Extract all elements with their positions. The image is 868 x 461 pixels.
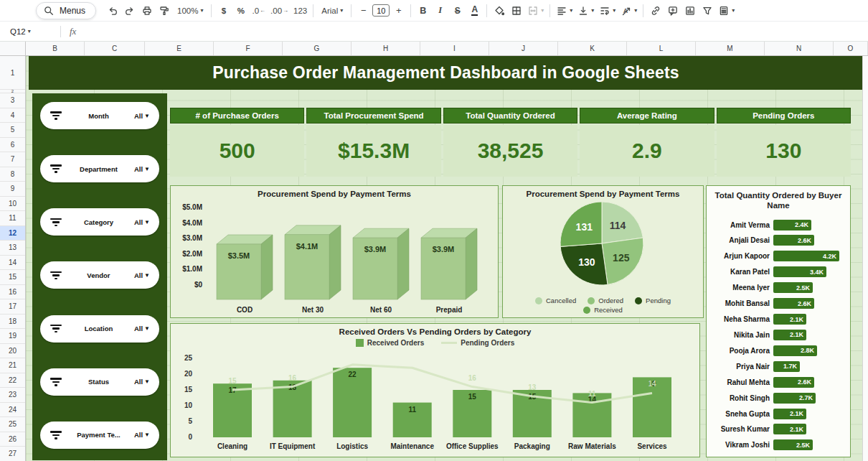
row-header-10[interactable]: 10 <box>0 197 25 212</box>
kpi-card[interactable]: Average Rating2.9 <box>580 108 714 177</box>
name-box[interactable]: Q12 ▾ <box>0 27 56 36</box>
fx-icon[interactable]: fx <box>70 26 76 37</box>
col-header-C[interactable]: C <box>85 42 145 55</box>
functions-button[interactable]: ▾ <box>716 2 737 19</box>
row-header-19[interactable]: 19 <box>0 329 25 344</box>
row-header-3[interactable]: 3 <box>0 93 25 108</box>
col-header-G[interactable]: G <box>283 42 352 55</box>
row-header-11[interactable]: 11 <box>0 211 25 226</box>
row-header-16[interactable]: 16 <box>0 285 25 300</box>
grid-area[interactable]: Purchase Order Management Dashboard in G… <box>26 56 868 461</box>
strikethrough-button[interactable]: S <box>449 2 466 19</box>
row-header-6[interactable]: 6 <box>0 138 25 153</box>
vertical-align-button[interactable]: ▾ <box>575 2 596 19</box>
insert-chart-button[interactable] <box>681 2 698 19</box>
row-header-20[interactable]: 20 <box>0 344 25 359</box>
bold-button[interactable]: B <box>415 2 431 19</box>
text-wrapping-button[interactable]: ▾ <box>597 2 618 19</box>
horizontal-align-button[interactable]: ▾ <box>554 2 575 19</box>
col-header-N[interactable]: N <box>765 42 834 55</box>
col-header-H[interactable]: H <box>352 42 420 55</box>
filter-value-dropdown[interactable]: All▼ <box>134 431 150 439</box>
col-header-F[interactable]: F <box>214 42 283 55</box>
legend-dot-icon <box>535 297 542 304</box>
row-header-26[interactable]: 26 <box>0 432 25 447</box>
filter-value-dropdown[interactable]: All▼ <box>134 165 150 173</box>
col-header-K[interactable]: K <box>558 42 627 55</box>
row-header-8[interactable]: 8 <box>0 167 25 182</box>
row-header-23[interactable]: 23 <box>0 388 25 403</box>
col-header-M[interactable]: M <box>696 42 765 55</box>
text-color-button[interactable]: A <box>466 2 483 19</box>
chart-total-quantity-by-buyer[interactable]: Total Quantity Ordered by Buyer Name Ami… <box>706 185 851 457</box>
undo-button[interactable] <box>104 2 121 19</box>
select-all-corner[interactable] <box>0 42 26 55</box>
insert-link-button[interactable] <box>647 2 664 19</box>
increase-decimal-button[interactable]: .00→ <box>268 2 291 19</box>
row-header-27[interactable]: 27 <box>0 447 25 461</box>
row-header-14[interactable]: 14 <box>0 256 25 271</box>
font-family-dropdown[interactable]: Arial▾ <box>317 2 347 19</box>
row-header-25[interactable]: 25 <box>0 417 25 432</box>
kpi-card[interactable]: Pending Orders130 <box>717 108 851 177</box>
font-size-input[interactable]: 10 <box>372 4 390 17</box>
filter-value-dropdown[interactable]: All▼ <box>134 112 150 120</box>
format-percent-button[interactable]: % <box>232 2 249 19</box>
filter-pill-department[interactable]: DepartmentAll▼ <box>40 155 159 182</box>
row-header-22[interactable]: 22 <box>0 373 25 388</box>
filter-pill-vendor[interactable]: VendorAll▼ <box>40 261 159 289</box>
decrease-decimal-button[interactable]: .0← <box>250 2 268 19</box>
filter-pill-location[interactable]: LocationAll▼ <box>40 315 159 343</box>
row-header-24[interactable]: 24 <box>0 403 25 418</box>
row-header-4[interactable]: 4 <box>0 108 25 124</box>
filter-value-dropdown[interactable]: All▼ <box>134 271 150 279</box>
row-header-9[interactable]: 9 <box>0 182 25 197</box>
row-header-21[interactable]: 21 <box>0 358 25 373</box>
y-tick: 0 <box>188 433 192 441</box>
insert-comment-button[interactable] <box>664 2 681 19</box>
col-header-B[interactable]: B <box>26 42 85 55</box>
text-rotation-button[interactable]: A▾ <box>618 2 639 19</box>
more-formats-button[interactable]: 123 <box>291 2 309 19</box>
kpi-card[interactable]: Total Quantity Ordered38,525 <box>443 108 577 177</box>
paint-format-button[interactable] <box>156 2 172 19</box>
vertical-scrollbar[interactable] <box>862 56 868 461</box>
filter-pill-category[interactable]: CategoryAll▼ <box>40 208 159 236</box>
format-currency-button[interactable]: $ <box>215 2 232 19</box>
menus-button[interactable]: Menus <box>36 2 96 19</box>
filter-pill-payment-te[interactable]: Payment Te...All▼ <box>40 422 159 449</box>
borders-button[interactable] <box>508 2 524 19</box>
row-header-5[interactable]: 5 <box>0 123 25 138</box>
decrease-font-size-button[interactable]: − <box>355 2 372 19</box>
column-headers: BCEFGHIJKLMNO <box>0 42 868 56</box>
row-header-15[interactable]: 15 <box>0 270 25 285</box>
col-header-J[interactable]: J <box>489 42 558 55</box>
kpi-card[interactable]: # of Purchase Orders500 <box>170 108 304 177</box>
col-header-E[interactable]: E <box>145 42 214 55</box>
chart-spend-by-payment-terms-pie[interactable]: Procurement Spend by Payment Terms Cance… <box>502 185 704 318</box>
filter-value-dropdown[interactable]: All▼ <box>134 325 150 332</box>
row-header-13[interactable]: 13 <box>0 241 25 256</box>
filter-value-dropdown[interactable]: All▼ <box>134 218 150 226</box>
col-header-I[interactable]: I <box>420 42 489 55</box>
filter-value-dropdown[interactable]: All▼ <box>134 378 150 386</box>
col-header-O[interactable]: O <box>834 42 868 55</box>
kpi-card[interactable]: Total Procurement Spend$15.3M <box>306 108 440 177</box>
row-header-17[interactable]: 17 <box>0 299 25 315</box>
row-header-18[interactable]: 18 <box>0 315 25 330</box>
print-button[interactable] <box>138 2 155 19</box>
row-header-1[interactable]: 1 <box>0 56 25 90</box>
create-filter-button[interactable] <box>699 2 715 19</box>
chart-spend-by-payment-terms-columns[interactable]: Procurement Spend by Payment Terms $5.0M… <box>170 185 499 318</box>
filter-pill-status[interactable]: StatusAll▼ <box>40 368 159 396</box>
row-header-7[interactable]: 7 <box>0 152 25 167</box>
col-header-L[interactable]: L <box>627 42 696 55</box>
row-header-12[interactable]: 12 <box>0 226 25 241</box>
filter-pill-month[interactable]: MonthAll▼ <box>40 102 159 129</box>
fill-color-button[interactable] <box>491 2 507 19</box>
zoom-select-dropdown[interactable]: 100%▾ <box>173 2 207 19</box>
increase-font-size-button[interactable]: + <box>390 2 407 19</box>
redo-button[interactable] <box>121 2 138 19</box>
chart-received-vs-pending[interactable]: Received Orders Vs Pending Orders by Cat… <box>170 323 700 457</box>
italic-button[interactable]: I <box>432 2 448 19</box>
